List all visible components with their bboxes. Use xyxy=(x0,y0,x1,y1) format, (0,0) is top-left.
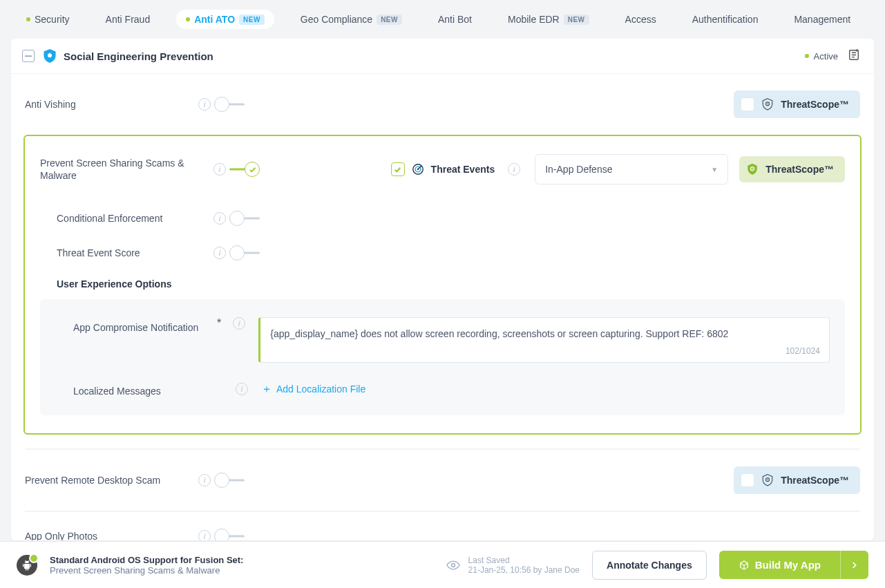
info-icon[interactable]: i xyxy=(198,530,211,540)
tab-label: Mobile EDR xyxy=(508,14,560,25)
info-icon[interactable]: i xyxy=(198,474,211,486)
notification-text-input[interactable]: {app_display_name} does not allow screen… xyxy=(258,317,830,363)
last-saved-block: Last Saved 21-Jan-25, 10:56 by Jane Doe xyxy=(468,556,580,575)
tab-label: Anti Bot xyxy=(438,14,472,25)
annotate-button[interactable]: Annotate Changes xyxy=(592,551,707,580)
svg-point-15 xyxy=(752,168,753,169)
tab-authentification[interactable]: Authentification xyxy=(683,10,768,29)
notes-icon[interactable] xyxy=(848,48,860,64)
threatscope-label: ThreatScope™ xyxy=(781,99,849,110)
add-localization-button[interactable]: ＋ Add Localization File xyxy=(261,382,365,397)
info-icon[interactable]: i xyxy=(236,383,248,395)
tab-label: Management xyxy=(794,14,850,25)
row-threat-event-score: Threat Event Score i xyxy=(40,236,845,270)
row-label: Conditional Enforcement xyxy=(40,212,210,225)
tab-bar: Security Anti Fraud Anti ATO NEW Geo Com… xyxy=(0,0,885,39)
defense-mode-dropdown[interactable]: In-App Defense ▼ xyxy=(535,154,728,184)
tab-geo-compliance[interactable]: Geo Compliance NEW xyxy=(291,10,412,29)
status-dot-icon xyxy=(26,17,30,21)
chevron-right-icon[interactable] xyxy=(841,553,868,578)
cube-icon xyxy=(739,560,750,571)
row-label: Anti Vishing xyxy=(25,98,195,111)
tab-security[interactable]: Security xyxy=(17,10,79,29)
shield-icon xyxy=(43,48,57,64)
tab-mobile-edr[interactable]: Mobile EDR NEW xyxy=(498,10,599,29)
ux-options-block: App Compromise Notification * i {app_dis… xyxy=(40,299,845,415)
build-app-button[interactable]: Build My App xyxy=(719,551,868,579)
row-label: App Only Photos xyxy=(25,530,195,540)
tab-label: Access xyxy=(625,14,656,25)
threatscope-label: ThreatScope™ xyxy=(765,164,834,175)
tab-label: Geo Compliance xyxy=(301,14,372,25)
row-localized-messages: Localized Messages i ＋ Add Localization … xyxy=(55,381,830,397)
info-icon[interactable]: i xyxy=(508,163,520,176)
new-badge: NEW xyxy=(239,15,265,25)
shield-scan-icon xyxy=(761,474,774,486)
plus-icon: ＋ xyxy=(261,382,272,397)
tab-management[interactable]: Management xyxy=(784,10,860,29)
tab-anti-ato[interactable]: Anti ATO NEW xyxy=(176,10,274,29)
row-conditional-enforcement: Conditional Enforcement i xyxy=(40,201,845,236)
required-star-icon: * xyxy=(217,317,221,330)
last-saved-label: Last Saved xyxy=(468,556,580,565)
toggle-prevent-remote-desktop[interactable] xyxy=(214,473,245,488)
tab-label: Authentification xyxy=(692,14,759,25)
threatscope-chip: ThreatScope™ xyxy=(734,466,860,494)
row-label: App Compromise Notification xyxy=(55,317,225,334)
collapse-toggle-icon[interactable] xyxy=(22,50,35,62)
dropdown-value: In-App Defense xyxy=(545,164,612,175)
eye-icon xyxy=(446,560,460,571)
svg-point-9 xyxy=(767,103,768,104)
footer-title: Standard Android OS Support for Fusion S… xyxy=(50,555,243,565)
row-anti-vishing: Anti Vishing i ThreatScope™ xyxy=(25,74,860,135)
footer-subtitle: Prevent Screen Sharing Scams & Malware xyxy=(50,565,243,576)
tab-label: Security xyxy=(35,14,70,25)
threatscope-checkbox[interactable] xyxy=(741,473,754,487)
row-label: Prevent Remote Desktop Scam xyxy=(25,474,195,486)
threatscope-label: ThreatScope™ xyxy=(781,475,849,486)
char-count: 102/1024 xyxy=(786,346,820,356)
threatscope-chip: ThreatScope™ xyxy=(734,91,860,118)
toggle-conditional-enforcement[interactable] xyxy=(229,211,260,226)
section-prevent-screen-sharing: Prevent Screen Sharing Scams & Malware i… xyxy=(23,135,862,435)
toggle-app-only-photos[interactable] xyxy=(214,529,245,540)
toggle-prevent-screen-sharing[interactable] xyxy=(229,162,260,177)
footer-bar: Standard Android OS Support for Fusion S… xyxy=(0,541,885,588)
add-localization-label: Add Localization File xyxy=(276,383,365,395)
tab-anti-bot[interactable]: Anti Bot xyxy=(428,10,482,29)
footer-info: Standard Android OS Support for Fusion S… xyxy=(50,555,243,576)
tab-label: Anti ATO xyxy=(194,14,235,25)
tab-f5[interactable]: F5 xyxy=(877,10,885,29)
svg-point-18 xyxy=(451,563,455,567)
row-app-compromise-notification: App Compromise Notification * i {app_dis… xyxy=(55,317,830,363)
threat-events-label: Threat Events xyxy=(431,164,495,175)
last-saved-value: 21-Jan-25, 10:56 by Jane Doe xyxy=(468,565,580,575)
android-icon xyxy=(17,555,37,576)
row-app-only-photos: App Only Photos i xyxy=(25,511,860,540)
tab-anti-fraud[interactable]: Anti Fraud xyxy=(96,10,160,29)
tab-access[interactable]: Access xyxy=(616,10,666,29)
threatscope-checkbox[interactable] xyxy=(741,97,754,111)
panel-title: Social Engineering Prevention xyxy=(64,50,213,62)
toggle-threat-event-score[interactable] xyxy=(229,245,260,260)
build-app-label: Build My App xyxy=(755,559,821,571)
svg-rect-1 xyxy=(49,53,50,55)
svg-line-13 xyxy=(418,166,421,169)
chevron-down-icon: ▼ xyxy=(711,166,718,173)
shield-scan-icon xyxy=(761,98,774,111)
row-label: Localized Messages xyxy=(55,381,225,397)
info-icon[interactable]: i xyxy=(233,317,245,330)
info-icon[interactable]: i xyxy=(213,163,226,176)
row-label: Prevent Screen Sharing Scams & Malware xyxy=(40,157,210,182)
info-icon[interactable]: i xyxy=(198,98,211,111)
radar-icon xyxy=(412,163,424,176)
info-icon[interactable]: i xyxy=(213,247,226,259)
info-icon[interactable]: i xyxy=(213,212,226,225)
status-text: Active xyxy=(814,51,838,61)
new-badge: NEW xyxy=(564,15,589,25)
threat-events-checkbox[interactable] xyxy=(391,162,405,176)
row-prevent-screen-sharing: Prevent Screen Sharing Scams & Malware i… xyxy=(40,154,845,184)
ux-heading: User Experience Options xyxy=(40,270,845,295)
threatscope-chip-active: ThreatScope™ xyxy=(739,156,845,182)
toggle-anti-vishing[interactable] xyxy=(214,97,245,112)
